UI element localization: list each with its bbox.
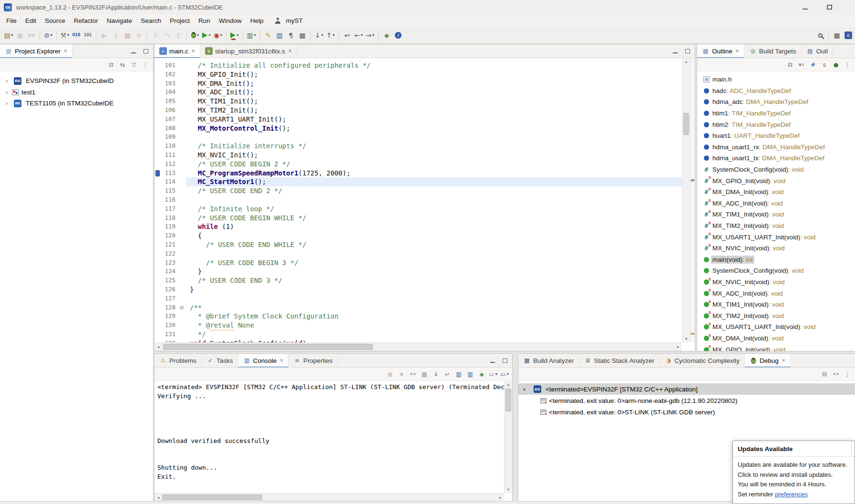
code-line[interactable]: 103 MX_DMA_Init(); bbox=[155, 79, 682, 88]
minimize-button[interactable] bbox=[131, 47, 136, 55]
outline-item[interactable]: htim1 : TIM_HandleTypeDef bbox=[697, 108, 855, 119]
outline-item[interactable]: SMX_USART1_UART_Init(void) : void bbox=[697, 321, 855, 333]
tab-main-c[interactable]: cmain.c× bbox=[155, 44, 200, 58]
menu-myst[interactable]: myST bbox=[268, 13, 307, 28]
code-line[interactable]: 111 MX_NVIC_Init(); bbox=[155, 151, 682, 160]
collapse-all-icon[interactable]: ⊟ bbox=[106, 60, 116, 70]
code-line[interactable]: 108 MX_MotorControl_Init(); bbox=[155, 124, 682, 133]
info-icon[interactable]: i bbox=[393, 30, 403, 41]
hide-static-members-icon[interactable]: s bbox=[819, 60, 830, 70]
outline-item[interactable]: hadc : ADC_HandleTypeDef bbox=[697, 85, 855, 97]
close-icon[interactable]: × bbox=[192, 48, 195, 54]
close-icon[interactable]: × bbox=[64, 48, 67, 54]
debug-item[interactable]: ▾IDE<terminated>EVSPIN32F [STM32 C/C++ A… bbox=[518, 383, 855, 395]
code-line[interactable]: 125 /* USER CODE END 3 */ bbox=[155, 276, 682, 285]
next-annotation-icon[interactable]: ↓▾ bbox=[314, 30, 324, 41]
scroll-lock-icon[interactable]: ⇓ bbox=[431, 369, 441, 380]
menu-project[interactable]: Project bbox=[165, 16, 194, 26]
line-number[interactable]: 107 bbox=[161, 115, 177, 124]
code-line[interactable]: 126} bbox=[155, 285, 682, 294]
restore-button[interactable] bbox=[827, 3, 832, 11]
skip-all-breakpoints-icon[interactable]: ⊘▾ bbox=[43, 30, 53, 41]
static-stack-analyzer-tab-icon[interactable]: ≣ bbox=[584, 356, 592, 365]
code-line[interactable]: 104 MX_ADC_Init(); bbox=[155, 88, 682, 97]
close-icon[interactable]: × bbox=[782, 357, 785, 364]
maximize-button[interactable] bbox=[144, 47, 148, 55]
minimize-button[interactable] bbox=[490, 356, 495, 365]
code-line[interactable]: 112 /* USER CODE BEGIN 2 */ bbox=[155, 160, 682, 169]
code-line[interactable]: 114 MC_StartMotor1(); bbox=[155, 177, 682, 186]
expand-arrow-icon[interactable]: › bbox=[4, 100, 10, 107]
line-number[interactable]: 103 bbox=[161, 79, 177, 88]
close-icon[interactable]: × bbox=[736, 48, 739, 54]
outline-item[interactable]: SMX_ADC_Init(void) : void bbox=[697, 288, 855, 299]
last-edit-location-icon[interactable]: ↩ bbox=[342, 30, 352, 41]
scrollbar-thumb[interactable] bbox=[163, 344, 373, 350]
line-number[interactable]: 109 bbox=[161, 133, 177, 142]
code-line[interactable]: 129 * @brief System Clock Configuration bbox=[155, 312, 682, 321]
forward-icon[interactable]: →▾ bbox=[365, 30, 375, 41]
outline-item[interactable]: #SMX_TIM2_Init(void) : void bbox=[697, 220, 855, 232]
code-line[interactable]: 117 /* Infinite loop */ bbox=[155, 205, 682, 214]
tab-static-stack-analyzer[interactable]: ≣Static Stack Analyzer bbox=[579, 354, 660, 368]
view-menu-icon[interactable]: ⋮ bbox=[842, 369, 853, 380]
scroll-down-icon[interactable]: ▾ bbox=[682, 335, 690, 342]
code-line[interactable]: 116 bbox=[155, 195, 682, 205]
profile-icon[interactable]: ◉▾ bbox=[213, 30, 223, 41]
code-line[interactable]: 113 MC_ProgramSpeedRampMotor1(1725, 2000… bbox=[155, 169, 682, 178]
expand-arrow-icon[interactable]: › bbox=[4, 89, 10, 96]
line-number[interactable]: 110 bbox=[161, 142, 177, 151]
outline-item[interactable]: #SystemClock_Config(void) : void bbox=[697, 164, 855, 175]
minimize-button[interactable] bbox=[673, 47, 678, 55]
line-number[interactable]: 111 bbox=[161, 151, 177, 160]
debug-item[interactable]: <terminated, exit value: 0>arm-none-eabi… bbox=[518, 395, 855, 406]
line-number[interactable]: 123 bbox=[161, 258, 177, 267]
code-line[interactable]: 115 /* USER CODE END 2 */ bbox=[155, 186, 682, 195]
horizontal-scrollbar[interactable]: ◂▸ bbox=[155, 493, 504, 501]
line-number[interactable]: 116 bbox=[161, 195, 177, 205]
project-item[interactable]: ›IDEEVSPIN32F (in STM32CubeID bbox=[0, 75, 153, 87]
outline-item[interactable]: hdma_adc : DMA_HandleTypeDef bbox=[697, 96, 855, 108]
outline-item[interactable]: SystemClock_Config(void) : void bbox=[697, 265, 855, 277]
problems-tab-icon[interactable]: ⚠ bbox=[159, 356, 167, 365]
code-line[interactable]: 123 /* USER CODE BEGIN 3 */ bbox=[155, 258, 682, 267]
code-line[interactable]: 127 bbox=[155, 294, 682, 303]
run-icon[interactable]: ▾ bbox=[201, 30, 212, 41]
outline-item[interactable]: SMX_TIM1_Init(void) : void bbox=[697, 299, 855, 310]
remove-launch-icon[interactable]: × bbox=[396, 369, 407, 380]
block-selection-icon[interactable]: ▦ bbox=[297, 30, 308, 41]
new-wizard-icon[interactable]: ▤▾ bbox=[3, 30, 14, 41]
maximize-button[interactable] bbox=[503, 356, 507, 365]
minimize-button[interactable] bbox=[803, 3, 808, 11]
open-perspective-icon[interactable]: ▦ bbox=[832, 30, 842, 41]
line-number[interactable]: 126 bbox=[161, 285, 177, 294]
editor-content[interactable]: 101 /* Initialize all configured periphe… bbox=[155, 58, 682, 342]
hide-fields-icon[interactable]: # bbox=[808, 60, 818, 70]
remove-all-terminated-icon[interactable]: ×× bbox=[831, 369, 841, 380]
menu-run[interactable]: Run bbox=[194, 16, 215, 26]
scroll-right-icon[interactable]: ▸ bbox=[496, 494, 504, 501]
fold-marker-icon[interactable]: ⊖ bbox=[177, 303, 186, 312]
expander-icon[interactable]: ▾ bbox=[523, 387, 529, 392]
main-c-tab-icon[interactable]: c bbox=[159, 47, 167, 55]
code-line[interactable]: 131 */ bbox=[155, 330, 682, 339]
tab-outline[interactable]: ▤Outline× bbox=[697, 44, 744, 58]
collapse-all-icon[interactable]: ⊟ bbox=[819, 369, 830, 380]
close-icon[interactable]: × bbox=[280, 357, 283, 364]
show-whitespace-icon[interactable]: ¶ bbox=[286, 30, 296, 41]
open-element-icon[interactable]: 101 bbox=[82, 30, 93, 41]
outline-item[interactable]: #SMX_DMA_Init(void) : void bbox=[697, 186, 855, 198]
line-number[interactable]: 125 bbox=[161, 276, 177, 285]
view-menu-icon[interactable]: ⋮ bbox=[140, 60, 151, 70]
vertical-scrollbar[interactable]: ▴▾ bbox=[504, 381, 512, 493]
outline-item[interactable]: #SMX_ADC_Init(void) : void bbox=[697, 198, 855, 209]
line-number[interactable]: 124 bbox=[161, 267, 177, 276]
debug-tab-icon[interactable] bbox=[750, 356, 757, 365]
console-tab-icon[interactable]: ▥ bbox=[243, 356, 251, 365]
line-number[interactable]: 112 bbox=[161, 160, 177, 169]
line-number[interactable]: 115 bbox=[161, 186, 177, 195]
filter-icon[interactable]: ▽ bbox=[129, 60, 139, 70]
code-line[interactable]: 110 /* Initialize interrupts */ bbox=[155, 142, 682, 151]
vertical-scrollbar[interactable]: ▴▾ bbox=[682, 58, 690, 342]
menu-window[interactable]: Window bbox=[215, 16, 246, 26]
